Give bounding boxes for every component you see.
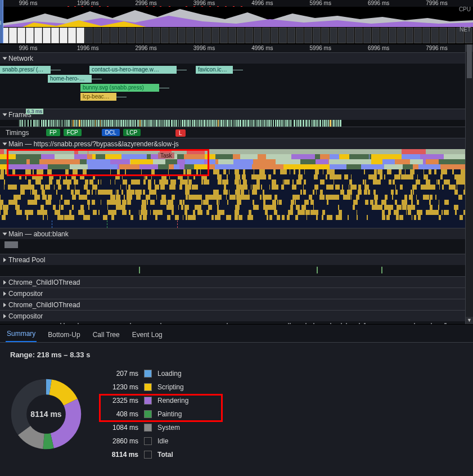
network-request-bar[interactable]: bunny.svg (snabb.press) — [80, 84, 159, 92]
main-flame-body[interactable]: Task — [0, 149, 465, 228]
filmstrip-frame[interactable] — [76, 28, 84, 43]
filmstrip-frame[interactable] — [254, 28, 262, 43]
fp-badge[interactable]: FP — [46, 129, 60, 136]
network-request-bar[interactable]: favicon.ic… — [196, 66, 233, 74]
network-lane-header[interactable]: Network — [0, 52, 465, 64]
frames-lane-header[interactable]: Frames 6.3 ms — [0, 109, 465, 120]
filmstrip-frame[interactable] — [34, 28, 42, 43]
filmstrip-frame[interactable] — [169, 28, 177, 43]
legend-row-loading[interactable]: 207 msLoading — [105, 367, 188, 380]
fcp-badge[interactable]: FCP — [64, 129, 82, 136]
filmstrip-frame[interactable] — [144, 28, 152, 43]
lcp-badge[interactable]: LCP — [123, 129, 141, 136]
filmstrip-frame[interactable] — [186, 28, 194, 43]
network-lane-body[interactable]: snabb.press/ (…home-hero-…contact-us-her… — [0, 64, 465, 109]
overview-strip[interactable]: 996 ms1996 ms2996 ms3996 ms4996 ms5996 m… — [0, 0, 473, 44]
filmstrip-frame[interactable] — [17, 28, 25, 43]
main-blank-header[interactable]: Main — about:blank — [0, 228, 465, 239]
filmstrip-frame[interactable] — [220, 28, 228, 43]
filmstrip-frame[interactable] — [389, 28, 397, 43]
filmstrip-frame[interactable] — [355, 28, 363, 43]
child-io-header-1[interactable]: Chrome_ChildIOThread — [0, 276, 465, 288]
scroll-thumb[interactable] — [467, 44, 472, 78]
filmstrip-frame[interactable] — [85, 28, 93, 43]
filmstrip-frame[interactable] — [152, 28, 160, 43]
task-block[interactable] — [4, 241, 18, 248]
thread-pool-header[interactable]: Thread Pool — [0, 254, 465, 265]
filmstrip-frame[interactable] — [93, 28, 101, 43]
timeline-scrollbar[interactable]: ▲ ▼ — [465, 44, 473, 324]
main-flame-header[interactable]: Main — https://snabb.press/?bypass&lazyr… — [0, 138, 465, 149]
tab-summary[interactable]: Summary — [6, 325, 37, 342]
filmstrip-frame[interactable] — [287, 28, 295, 43]
legend-row-system[interactable]: 1084 msSystem — [105, 421, 188, 434]
filmstrip-frame[interactable] — [60, 28, 67, 43]
filmstrip-frame[interactable] — [414, 28, 422, 43]
compositor-lane-2[interactable]: Compositor — [0, 310, 465, 324]
compositor-header-1[interactable]: Compositor — [0, 288, 465, 299]
tab-call-tree[interactable]: Call Tree — [92, 326, 121, 342]
filmstrip-frame[interactable] — [110, 28, 118, 43]
child-io-header-2[interactable]: Chrome_ChildIOThread — [0, 299, 465, 310]
filmstrip-frame[interactable] — [346, 28, 354, 43]
filmstrip-frame[interactable] — [330, 28, 337, 43]
filmstrip-frame[interactable] — [211, 28, 219, 43]
overview-handle-left[interactable] — [0, 0, 3, 43]
filmstrip-frame[interactable] — [178, 28, 186, 43]
network-lane[interactable]: Network snabb.press/ (…home-hero-…contac… — [0, 52, 465, 109]
load-badge[interactable]: L — [175, 129, 186, 137]
legend-row-total[interactable]: 8114 msTotal — [105, 448, 188, 461]
filmstrip-frame[interactable] — [363, 28, 371, 43]
filmstrip-frame[interactable] — [296, 28, 304, 43]
filmstrip-frame[interactable] — [9, 28, 17, 43]
compositor-lane-1[interactable]: Compositor — [0, 288, 465, 299]
legend-row-scripting[interactable]: 1230 msScripting — [105, 380, 188, 394]
filmstrip-frame[interactable] — [43, 28, 51, 43]
frames-lane[interactable]: Frames 6.3 ms — [0, 109, 465, 127]
main-flame-lane[interactable]: Main — https://snabb.press/?bypass&lazyr… — [0, 138, 465, 228]
network-request-bar[interactable]: contact-us-hero-image.w… — [89, 66, 177, 74]
child-io-lane-2[interactable]: Chrome_ChildIOThread — [0, 299, 465, 310]
scroll-down-icon[interactable]: ▼ — [466, 317, 473, 324]
filmstrip-frame[interactable] — [338, 28, 346, 43]
filmstrip-frame[interactable] — [127, 28, 135, 43]
filmstrip-frame[interactable] — [51, 28, 59, 43]
timeline-panel[interactable]: 996 ms1996 ms2996 ms3996 ms4996 ms5996 m… — [0, 44, 473, 324]
network-request-bar[interactable]: home-hero-… — [48, 75, 92, 83]
legend-row-idle[interactable]: 2860 msIdle — [105, 434, 188, 448]
compositor-header-2[interactable]: Compositor — [0, 310, 465, 321]
filmstrip-frame[interactable] — [321, 28, 329, 43]
dcl-badge[interactable]: DCL — [102, 129, 120, 136]
tab-bottom-up[interactable]: Bottom-Up — [47, 326, 81, 342]
filmstrip-frame[interactable] — [431, 28, 439, 43]
filmstrip-frame[interactable] — [237, 28, 245, 43]
filmstrip-frame[interactable] — [119, 28, 127, 43]
filmstrip-frame[interactable] — [313, 28, 321, 43]
network-request-bar[interactable]: snabb.press/ (… — [0, 66, 51, 74]
child-io-lane-1[interactable]: Chrome_ChildIOThread — [0, 276, 465, 288]
filmstrip-frame[interactable] — [380, 28, 388, 43]
filmstrip-frame[interactable] — [262, 28, 270, 43]
filmstrip-frame[interactable] — [68, 28, 76, 43]
filmstrip-frame[interactable] — [422, 28, 430, 43]
filmstrip-frame[interactable] — [245, 28, 253, 43]
main-blank-lane[interactable]: Main — about:blank — [0, 228, 465, 254]
filmstrip-frame[interactable] — [448, 28, 456, 43]
filmstrip-frame[interactable] — [195, 28, 202, 43]
filmstrip-frame[interactable] — [304, 28, 312, 43]
filmstrip-frame[interactable] — [279, 28, 287, 43]
filmstrip-frame[interactable] — [397, 28, 405, 43]
thread-pool-lane[interactable]: Thread Pool — [0, 254, 465, 276]
network-request-bar[interactable]: lcp-beac… — [80, 93, 116, 101]
filmstrip-frame[interactable] — [203, 28, 211, 43]
tab-event-log[interactable]: Event Log — [131, 326, 164, 342]
filmstrip-frame[interactable] — [228, 28, 236, 43]
filmstrip-frame[interactable] — [439, 28, 447, 43]
filmstrip-frame[interactable] — [161, 28, 169, 43]
filmstrip-frame[interactable] — [271, 28, 278, 43]
filmstrip-frame[interactable] — [102, 28, 110, 43]
filmstrip-frame[interactable] — [136, 28, 143, 43]
filmstrip-frame[interactable] — [26, 28, 34, 43]
filmstrip-frame[interactable] — [372, 28, 380, 43]
filmstrip-frame[interactable] — [406, 28, 413, 43]
